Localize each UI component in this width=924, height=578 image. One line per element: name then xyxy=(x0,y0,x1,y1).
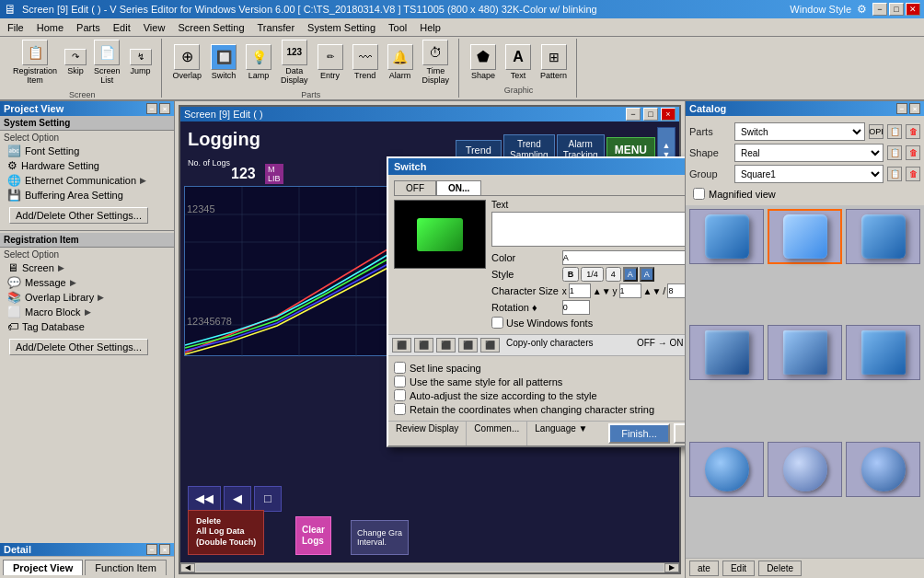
rotation-input[interactable] xyxy=(562,300,590,315)
panel-minimize-btn[interactable]: − xyxy=(146,103,157,114)
screen-max-btn[interactable]: □ xyxy=(643,108,658,121)
style-4-btn[interactable]: 4 xyxy=(606,267,621,282)
group-select[interactable]: Square1 xyxy=(734,165,884,183)
text-button[interactable]: A Text xyxy=(502,42,535,82)
hmi-delete-btn[interactable]: DeleteAll Log Data(Double Touch) xyxy=(188,510,264,555)
switch-button[interactable]: 🔲 Switch xyxy=(207,42,240,82)
message-item[interactable]: 💬 Message ▶ xyxy=(0,275,174,290)
catalog-ate-btn[interactable]: ate xyxy=(689,561,719,576)
macro-block-item[interactable]: ⬜ Macro Block ▶ xyxy=(0,305,174,319)
shape-copy-btn[interactable]: 📋 xyxy=(887,145,902,160)
parts-select[interactable]: Switch xyxy=(734,122,865,141)
char-size-x-input[interactable] xyxy=(569,283,591,298)
overlap-button[interactable]: ⊕ Overlap xyxy=(169,42,206,82)
parts-cell-1[interactable] xyxy=(689,209,764,264)
parts-cell-9[interactable] xyxy=(846,442,920,497)
parts-cell-5[interactable] xyxy=(768,325,842,380)
parts-cell-6[interactable] xyxy=(846,325,920,380)
style-b-btn[interactable]: B xyxy=(562,267,580,282)
menu-tool[interactable]: Tool xyxy=(383,20,412,35)
catalog-edit-btn[interactable]: Edit xyxy=(722,561,755,576)
menu-system-setting[interactable]: System Setting xyxy=(302,20,381,35)
scroll-right-btn[interactable]: ▶ xyxy=(664,563,679,572)
buffering-item[interactable]: 💾 Buffering Area Setting xyxy=(0,188,174,202)
parts-btn-1[interactable]: OPI xyxy=(869,124,884,139)
menu-parts[interactable]: Parts xyxy=(71,20,106,35)
dialog-bottom-tab-language[interactable]: Language ▼ xyxy=(527,422,595,445)
pattern-button[interactable]: ⊞ Pattern xyxy=(537,42,571,82)
hmi-change-graph-btn[interactable]: Change GraInterval. xyxy=(351,520,409,555)
catalog-min-btn[interactable]: − xyxy=(896,103,907,114)
shape-select[interactable]: Real xyxy=(734,144,884,162)
dt-btn-5[interactable]: ⬛ xyxy=(480,338,500,353)
menu-view[interactable]: View xyxy=(138,20,171,35)
jump-button[interactable]: ↯ Jump xyxy=(126,47,156,77)
dialog-bottom-tab-review[interactable]: Review Display xyxy=(388,422,467,445)
dt-btn-1[interactable]: ⬛ xyxy=(392,338,411,353)
trend-button[interactable]: 〰 Trend xyxy=(349,42,382,82)
shape-button[interactable]: ⬟ Shape xyxy=(467,42,500,82)
menu-transfer[interactable]: Transfer xyxy=(252,20,301,35)
dt-btn-3[interactable]: ⬛ xyxy=(436,338,456,353)
group-copy-btn[interactable]: 📋 xyxy=(887,167,902,181)
menu-home[interactable]: Home xyxy=(31,20,69,35)
cancel-button[interactable]: Cancel xyxy=(674,423,685,444)
ethernet-item[interactable]: 🌐 Ethernet Communication ▶ xyxy=(0,173,174,188)
group-del-btn[interactable]: 🗑 xyxy=(906,167,920,181)
parts-cell-4[interactable] xyxy=(689,325,764,380)
tab-project-view[interactable]: Project View xyxy=(3,560,83,575)
registration-item-button[interactable]: 📋 RegistrationItem xyxy=(9,38,61,87)
reg-add-delete-btn[interactable]: Add/Delete Other Settings... xyxy=(9,339,148,355)
dialog-bottom-tab-comment[interactable]: Commen... xyxy=(467,422,527,445)
menu-help[interactable]: Help xyxy=(414,20,446,35)
nav-box-btn[interactable]: □ xyxy=(254,486,282,512)
auto-adjust-checkbox[interactable] xyxy=(394,389,406,401)
parts-cell-7[interactable] xyxy=(689,442,764,497)
alarm-button[interactable]: 🔔 Alarm xyxy=(384,42,417,82)
dialog-tab-on[interactable]: ON... xyxy=(436,180,481,195)
menu-file[interactable]: File xyxy=(2,20,29,35)
parts-copy-btn[interactable]: 📋 xyxy=(887,124,902,139)
retain-coords-checkbox[interactable] xyxy=(394,403,406,415)
dt-btn-2[interactable]: ⬛ xyxy=(414,338,433,353)
style-a2-btn[interactable]: A xyxy=(640,267,654,282)
panel-close-btn[interactable]: × xyxy=(159,103,170,114)
catalog-delete-btn[interactable]: Delete xyxy=(758,561,802,576)
menu-screen-setting[interactable]: Screen Setting xyxy=(172,20,249,35)
magnified-checkbox[interactable] xyxy=(693,188,705,200)
tag-database-item[interactable]: 🏷 Tag Database xyxy=(0,319,174,334)
tab-function-item[interactable]: Function Item xyxy=(85,560,167,575)
hmi-clear-logs-btn[interactable]: ClearLogs xyxy=(295,516,331,555)
finish-button[interactable]: Finish... xyxy=(608,423,670,444)
maximize-button[interactable]: □ xyxy=(889,3,904,16)
scroll-left-btn[interactable]: ◀ xyxy=(180,563,195,572)
parts-cell-3[interactable] xyxy=(846,209,920,264)
char-size-8-input[interactable] xyxy=(667,283,685,298)
hardware-setting-item[interactable]: ⚙ Hardware Setting xyxy=(0,158,174,173)
style-a-btn[interactable]: A xyxy=(623,267,638,282)
font-setting-item[interactable]: 🔤 Font Setting xyxy=(0,144,174,158)
parts-del-btn[interactable]: 🗑 xyxy=(906,124,920,139)
h-scrollbar[interactable]: ◀ ▶ xyxy=(180,562,679,572)
screen-close-btn[interactable]: × xyxy=(661,108,676,121)
overlap-lib-item[interactable]: 📚 Overlap Library ▶ xyxy=(0,290,174,305)
nav-left-btn[interactable]: ◀ xyxy=(224,486,251,512)
minimize-button[interactable]: − xyxy=(872,3,887,16)
text-input-area[interactable] xyxy=(491,212,685,247)
shape-del-btn[interactable]: 🗑 xyxy=(906,145,920,160)
parts-cell-2[interactable] xyxy=(768,209,842,264)
set-line-checkbox[interactable] xyxy=(394,362,406,374)
char-size-y-input[interactable] xyxy=(619,283,641,298)
entry-button[interactable]: ✏ Entry xyxy=(314,42,347,82)
detail-close-btn[interactable]: × xyxy=(159,544,170,555)
lamp-button[interactable]: 💡 Lamp xyxy=(242,42,275,82)
close-button[interactable]: ✕ xyxy=(906,3,920,16)
dt-btn-4[interactable]: ⬛ xyxy=(458,338,478,353)
time-display-button[interactable]: ⏱ TimeDisplay xyxy=(419,38,454,87)
same-style-checkbox[interactable] xyxy=(394,376,406,387)
screen-list-button[interactable]: 📄 ScreenList xyxy=(90,38,124,87)
color-input[interactable] xyxy=(562,250,685,265)
windows-fonts-checkbox[interactable] xyxy=(491,317,503,329)
catalog-close-btn[interactable]: × xyxy=(909,103,920,114)
screen-tree-item[interactable]: 🖥 Screen ▶ xyxy=(0,260,174,275)
